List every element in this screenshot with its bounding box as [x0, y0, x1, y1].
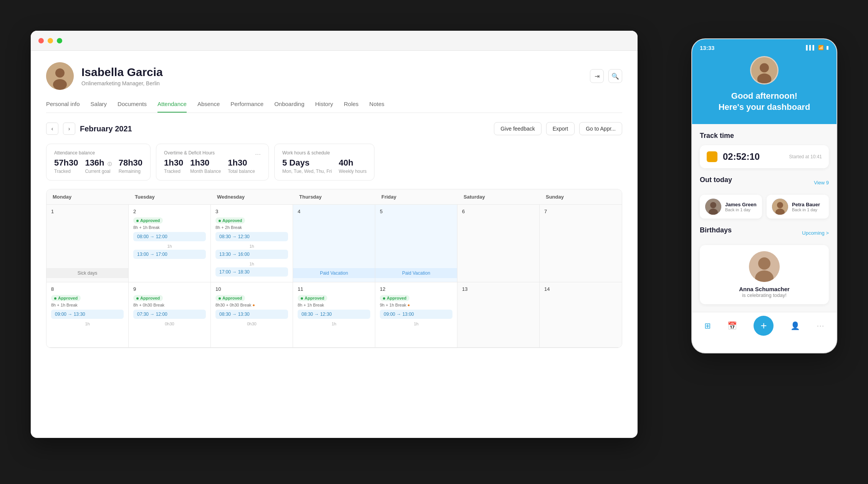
tracked-label: Tracked — [54, 169, 78, 174]
cal-day-13[interactable]: 13 — [457, 282, 540, 348]
give-feedback-button[interactable]: Give feedback — [494, 122, 542, 135]
work-hours-card: Work hours & schedule 5 Days Mon, Tue, W… — [274, 144, 374, 181]
cal-day-12[interactable]: 12 Approved 9h + 1h Break ● 09:00 → 13:0… — [375, 282, 457, 348]
remaining-hours: 78h30 — [119, 158, 142, 168]
day-number-12: 12 — [380, 286, 452, 292]
tab-roles[interactable]: Roles — [344, 101, 358, 113]
birthdays-title: Birthdays — [700, 226, 732, 234]
tab-onboarding[interactable]: Onboarding — [274, 101, 304, 113]
search-button[interactable]: 🔍 — [608, 69, 622, 83]
cal-day-8[interactable]: 8 Approved 8h + 1h Break 09:00 → 13:30 1… — [46, 282, 129, 348]
nav-calendar[interactable]: 📅 — [727, 321, 737, 330]
weekly-hours-label: Weekly hours — [339, 169, 366, 174]
calendar-header: Monday Tuesday Wednesday Thursday Friday… — [46, 189, 622, 205]
info-icon: ⓘ — [108, 161, 112, 167]
time-gap-10: 0h30 — [215, 320, 288, 327]
header-sunday: Sunday — [540, 189, 622, 204]
day-number-8: 8 — [51, 286, 124, 292]
petra-status: Back in 1 day — [792, 207, 820, 212]
svg-point-13 — [758, 257, 770, 270]
approved-badge-8: Approved — [51, 295, 81, 301]
track-time-card[interactable]: 02:52:10 Started at 10:41 — [700, 145, 829, 168]
mobile-body: Track time 02:52:10 Started at 10:41 Out… — [692, 124, 837, 312]
time-gap-8: 1h — [51, 320, 124, 327]
header-monday: Monday — [46, 189, 129, 204]
approved-badge-2: Approved — [133, 217, 163, 224]
day-number-10: 10 — [215, 286, 288, 292]
time-block-11a: 08:30 → 12:30 — [298, 310, 370, 319]
export-button[interactable]: Export — [546, 122, 575, 135]
cal-day-14[interactable]: 14 — [540, 282, 622, 348]
nav-more[interactable]: ⋯ — [817, 321, 824, 330]
work-days-sub: Mon, Tue, Wed, Thu, Fri — [282, 169, 332, 174]
approved-badge-12: Approved — [380, 295, 409, 301]
day-number-11: 11 — [298, 286, 370, 292]
mobile-status-bar: 13:33 ▌▌▌ 📶 ▮ — [692, 39, 837, 56]
window-titlebar — [31, 31, 638, 51]
day-number-14: 14 — [544, 286, 617, 292]
cal-day-1[interactable]: 1 Sick days — [46, 205, 129, 282]
person-card-james[interactable]: James Green Back in 1 day — [700, 195, 762, 219]
out-today-list: James Green Back in 1 day Petra Bauer — [700, 195, 829, 219]
cal-day-7[interactable]: 7 — [540, 205, 622, 282]
break-label-3: 8h + 2h Break — [215, 225, 288, 230]
nav-home[interactable]: ⊞ — [704, 321, 711, 330]
time-block-3a: 08:30 → 12:30 — [215, 232, 288, 241]
tab-performance[interactable]: Performance — [230, 101, 263, 113]
cal-day-9[interactable]: 9 Approved 8h + 0h30 Break 07:30 → 12:00… — [129, 282, 211, 348]
maximize-button[interactable] — [57, 38, 62, 43]
share-button[interactable]: ⇥ — [590, 69, 604, 83]
tab-personal-info[interactable]: Personal info — [46, 101, 80, 113]
view-all-link[interactable]: View 9 — [814, 180, 829, 186]
svg-point-2 — [53, 79, 67, 90]
tab-attendance[interactable]: Attendance — [157, 101, 187, 113]
svg-point-1 — [55, 68, 65, 78]
nav-tabs: Personal info Salary Documents Attendanc… — [46, 101, 622, 113]
cal-day-11[interactable]: 11 Approved 8h + 1h Break 08:30 → 12:30 … — [293, 282, 375, 348]
close-button[interactable] — [38, 38, 44, 43]
tab-salary[interactable]: Salary — [91, 101, 107, 113]
overtime-tracked: 1h30 — [164, 158, 183, 168]
mobile-hero: Good afternoon!Here's your dashboard — [692, 56, 837, 124]
break-label-2: 8h + 1h Break — [133, 225, 206, 230]
nav-people[interactable]: 👤 — [790, 321, 800, 330]
status-icons: ▌▌▌ 📶 ▮ — [806, 45, 829, 50]
tab-documents[interactable]: Documents — [118, 101, 147, 113]
break-label-8: 8h + 1h Break — [51, 303, 124, 307]
svg-point-10 — [777, 202, 783, 208]
break-label-10: 8h30 + 0h30 Break ● — [215, 303, 288, 307]
cal-day-3[interactable]: 3 Approved 8h + 2h Break 08:30 → 12:30 1… — [211, 205, 293, 282]
calendar-icon: 📅 — [727, 321, 737, 330]
more-options-icon[interactable]: ··· — [255, 150, 261, 158]
header-friday: Friday — [375, 189, 457, 204]
james-status: Back in 1 day — [725, 207, 757, 212]
cal-day-6[interactable]: 6 — [457, 205, 540, 282]
tab-history[interactable]: History — [315, 101, 333, 113]
header-saturday: Saturday — [457, 189, 540, 204]
mobile-greeting: Good afternoon!Here's your dashboard — [719, 91, 810, 113]
next-month-button[interactable]: › — [63, 123, 75, 135]
month-balance-label: Month Balance — [190, 169, 221, 174]
go-to-approval-button[interactable]: Go to Appr... — [579, 122, 622, 135]
profile-info: Isabella Garcia Onlinemarketing Manager,… — [81, 66, 582, 86]
work-hours-label: Work hours & schedule — [282, 150, 366, 156]
prev-month-button[interactable]: ‹ — [46, 123, 58, 135]
tab-absence[interactable]: Absence — [197, 101, 220, 113]
mobile-window: 13:33 ▌▌▌ 📶 ▮ Good afternoon!Here's your… — [691, 38, 837, 353]
person-card-petra[interactable]: Petra Bauer Back in 1 day — [767, 195, 829, 219]
cal-day-5[interactable]: 5 Paid Vacation — [375, 205, 457, 282]
overtime-label: Overtime & Deficit Hours — [164, 150, 255, 156]
cal-day-2[interactable]: 2 Approved 8h + 1h Break 08:00 → 12:00 1… — [129, 205, 211, 282]
time-block-2b: 13:00 → 17:00 — [133, 250, 206, 259]
profile-name: Isabella Garcia — [81, 66, 582, 79]
cal-day-10[interactable]: 10 Approved 8h30 + 0h30 Break ● 08:30 → … — [211, 282, 293, 348]
tab-notes[interactable]: Notes — [369, 101, 384, 113]
birthday-card: Anna Schumacher is celebrating today! — [700, 245, 829, 304]
svg-point-7 — [710, 202, 716, 208]
upcoming-link[interactable]: Upcoming > — [802, 230, 829, 236]
minimize-button[interactable] — [48, 38, 53, 43]
cal-day-4[interactable]: 4 Paid Vacation — [293, 205, 375, 282]
petra-info: Petra Bauer Back in 1 day — [792, 202, 820, 212]
profile-subtitle: Onlinemarketing Manager, Berlin — [81, 80, 582, 86]
nav-add-button[interactable]: + — [754, 316, 774, 336]
